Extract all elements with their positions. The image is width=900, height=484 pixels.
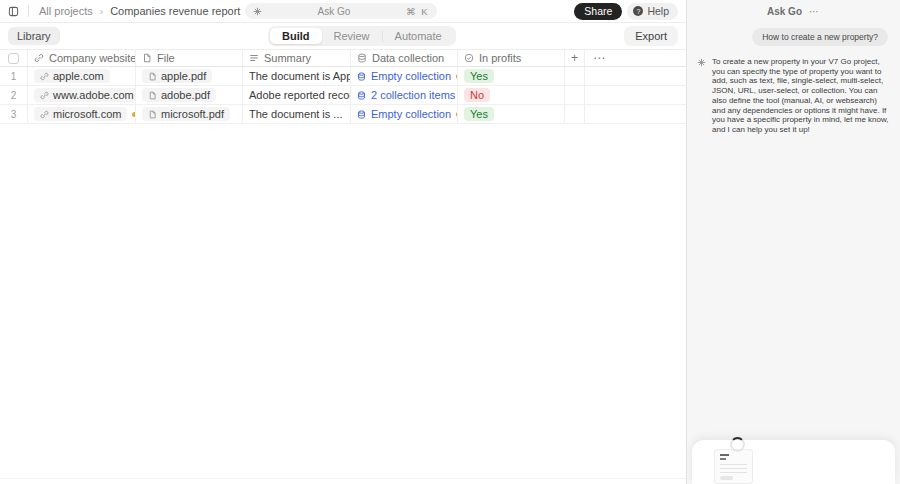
table-row: 3 microsoft.com [0, 105, 686, 124]
export-button[interactable]: Export [624, 26, 678, 46]
mode-tabs: Build Review Automate [268, 26, 456, 46]
add-column-button[interactable]: + [565, 50, 585, 66]
website-value: microsoft.com [53, 108, 121, 120]
file-value: adobe.pdf [161, 89, 210, 101]
empty-cell [585, 86, 686, 104]
header-data-collection[interactable]: Data collection [351, 50, 458, 66]
assistant-message: To create a new property in your V7 Go p… [697, 57, 890, 135]
search-shortcut: ⌘ K [406, 6, 429, 17]
divider [0, 478, 686, 479]
file-chip[interactable]: adobe.pdf [142, 88, 216, 102]
header-label: In profits [479, 52, 521, 64]
collection-value: Empty collection [371, 108, 451, 120]
breadcrumb: All projects › Companies revenue report [39, 5, 240, 17]
sparkle-icon [253, 7, 262, 16]
data-collection-cell[interactable]: Empty collection [351, 105, 458, 123]
summary-cell[interactable]: Adobe reported record ... [243, 86, 351, 104]
header-in-profits[interactable]: In profits [458, 50, 565, 66]
summary-value: The document is Appl... [249, 70, 351, 82]
table-header-row: Company website File Summary [0, 49, 686, 67]
panel-header: Ask Go ⋯ [687, 4, 900, 18]
chat-input-card[interactable] [692, 440, 895, 484]
header-file[interactable]: File [136, 50, 243, 66]
ask-go-search-bar[interactable]: Ask Go ⌘ K [245, 3, 437, 19]
row-number-cell[interactable]: 2 [0, 86, 28, 104]
link-icon [40, 91, 49, 100]
company-website-cell[interactable]: apple.com [28, 67, 136, 85]
header-summary[interactable]: Summary [243, 50, 351, 66]
collection-link[interactable]: 2 collection items [357, 89, 455, 101]
row-number-cell[interactable]: 1 [0, 67, 28, 85]
attachment-thumbnail[interactable] [714, 449, 753, 484]
company-website-cell[interactable]: www.adobe.com [28, 86, 136, 104]
tab-automate[interactable]: Automate [383, 28, 454, 44]
in-profits-cell[interactable]: Yes [458, 105, 565, 123]
topbar-actions: Share ? Help [574, 3, 678, 20]
file-cell[interactable]: adobe.pdf [136, 86, 243, 104]
table-more-button[interactable]: ⋯ [585, 50, 686, 66]
collection-link[interactable]: Empty collection [357, 108, 451, 120]
row-number: 1 [11, 71, 17, 82]
collection-link[interactable]: Empty collection [357, 70, 451, 82]
file-cell[interactable]: microsoft.pdf [136, 105, 243, 123]
summary-cell[interactable]: The document is ... [243, 105, 351, 123]
empty-cell [585, 105, 686, 123]
company-website-cell[interactable]: microsoft.com [28, 105, 136, 123]
divider [28, 5, 29, 17]
file-icon [148, 110, 157, 119]
top-bar: All projects › Companies revenue report … [0, 0, 686, 23]
toolbar: Library Build Review Automate Export [0, 23, 686, 49]
data-collection-cell[interactable]: Empty collection [351, 67, 458, 85]
breadcrumb-all-projects[interactable]: All projects [39, 5, 93, 17]
app: All projects › Companies revenue report … [0, 0, 900, 484]
data-collection-cell[interactable]: 2 collection items [351, 86, 458, 104]
assistant-message-text: To create a new property in your V7 Go p… [712, 57, 890, 135]
file-chip[interactable]: microsoft.pdf [142, 107, 230, 121]
in-profits-cell[interactable]: Yes [458, 67, 565, 85]
help-button[interactable]: ? Help [627, 3, 678, 20]
thumb-line [720, 454, 729, 456]
header-label: Summary [264, 52, 311, 64]
file-cell[interactable]: apple.pdf [136, 67, 243, 85]
panel-more-button[interactable]: ⋯ [809, 6, 820, 17]
empty-cell [565, 86, 585, 104]
summary-cell[interactable]: The document is Appl... [243, 67, 351, 85]
file-chip[interactable]: apple.pdf [142, 69, 212, 83]
thumb-line [720, 476, 733, 480]
sidebar-toggle-button[interactable] [8, 6, 19, 17]
breadcrumb-current: Companies revenue report [110, 5, 240, 17]
website-chip[interactable]: www.adobe.com [34, 88, 136, 102]
tab-review[interactable]: Review [322, 28, 382, 44]
header-label: File [157, 52, 175, 64]
row-number: 2 [11, 90, 17, 101]
collection-value: 2 collection items [371, 89, 455, 101]
profits-badge: Yes [464, 69, 494, 83]
database-icon [357, 91, 366, 100]
website-chip[interactable]: apple.com [34, 69, 110, 83]
header-company-website[interactable]: Company website [28, 50, 136, 66]
row-number-cell[interactable]: 3 [0, 105, 28, 123]
summary-value: The document is ... [249, 108, 343, 120]
in-profits-cell[interactable]: No [458, 86, 565, 104]
panel-left-icon [8, 6, 19, 17]
website-value: www.adobe.com [53, 89, 134, 101]
user-message-bubble: How to create a new property? [752, 28, 888, 46]
empty-cell [565, 67, 585, 85]
select-all-checkbox[interactable] [8, 53, 19, 64]
database-icon [357, 53, 367, 63]
panel-title: Ask Go [767, 6, 802, 17]
database-icon [357, 72, 366, 81]
tab-build[interactable]: Build [270, 28, 322, 44]
file-icon [148, 72, 157, 81]
thumb-line [720, 458, 726, 460]
file-icon [148, 91, 157, 100]
library-button[interactable]: Library [8, 27, 60, 45]
search-label: Ask Go [262, 6, 406, 17]
sparkle-icon [697, 58, 706, 67]
summary-value: Adobe reported record ... [249, 89, 351, 101]
share-button[interactable]: Share [574, 3, 622, 20]
empty-cell [585, 67, 686, 85]
website-chip[interactable]: microsoft.com [34, 107, 127, 121]
thumb-line [720, 472, 747, 474]
table-row: 1 apple.com [0, 67, 686, 86]
